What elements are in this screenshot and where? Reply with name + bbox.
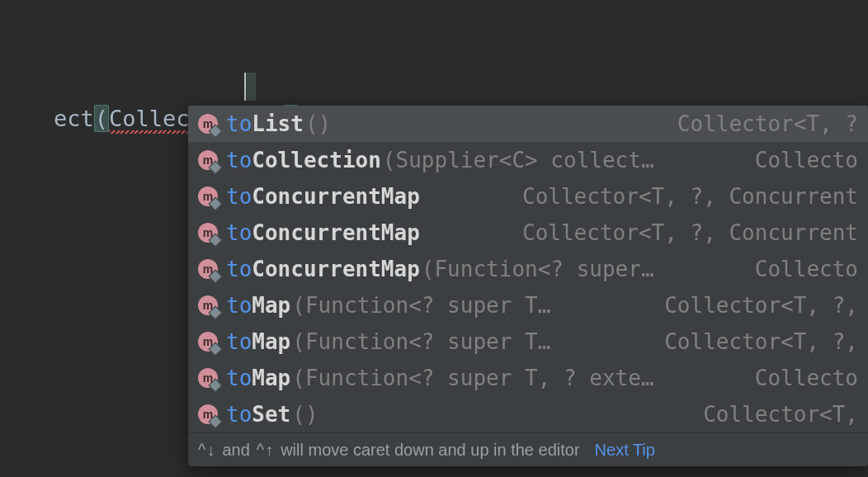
- completion-tip-bar: ^↓ and ^↑ will move caret down and up in…: [188, 432, 868, 466]
- method-icon: m: [198, 368, 218, 388]
- completion-label: toSet(): [226, 402, 318, 427]
- completion-item[interactable]: m toSet() Collector<T,: [188, 396, 868, 432]
- completion-item[interactable]: m toMap(Function<? super T… Collector<T,…: [188, 287, 868, 324]
- method-icon: m: [198, 150, 218, 170]
- completion-return-type: Collecto: [755, 257, 858, 281]
- completion-item[interactable]: m toMap(Function<? super T, ? exte… Coll…: [188, 360, 868, 396]
- code-paren-open: (: [94, 105, 109, 132]
- completion-item[interactable]: m toConcurrentMap(Function<? super… Coll…: [188, 251, 868, 287]
- tip-text-body: will move caret down and up in the edito…: [281, 442, 579, 458]
- text-caret: [244, 73, 246, 101]
- method-icon: m: [198, 332, 218, 352]
- method-icon: m: [198, 259, 218, 279]
- completion-return-type: Collecto: [755, 148, 858, 172]
- completion-label: toMap(Function<? super T…: [226, 329, 550, 354]
- completion-label: toConcurrentMap(Function<? super…: [226, 257, 654, 281]
- completion-return-type: Collector<T, ?: [677, 111, 858, 136]
- tip-text-and: and: [222, 442, 249, 458]
- method-icon: m: [198, 404, 218, 424]
- method-icon: m: [198, 114, 218, 134]
- code-line[interactable]: ect(Collectors.to) ;: [0, 74, 325, 104]
- completion-item[interactable]: m toCollection(Supplier<C> collect… Coll…: [188, 142, 868, 178]
- tip-key-down: ^↓: [198, 442, 215, 458]
- completion-label: toMap(Function<? super T, ? exte…: [226, 366, 654, 390]
- completion-item[interactable]: m toConcurrentMap Collector<T, ?, Concur…: [188, 215, 868, 251]
- method-icon: m: [198, 295, 218, 315]
- completion-label: toConcurrentMap: [226, 220, 422, 245]
- code-text-truncated-method: ect: [54, 106, 94, 131]
- completion-label: toCollection(Supplier<C> collect…: [226, 148, 654, 172]
- method-icon: m: [198, 187, 218, 206]
- completion-return-type: Collector<T, ?,: [664, 329, 858, 354]
- completion-return-type: Collector<T, ?, Concurrent: [522, 220, 858, 245]
- completion-label: toList(): [226, 111, 331, 136]
- editor-viewport: ect(Collectors.to) ; m toList() Collecto…: [0, 0, 868, 477]
- completion-item[interactable]: m toConcurrentMap Collector<T, ?, Concur…: [188, 178, 868, 215]
- completion-return-type: Collector<T, ?,: [664, 293, 858, 318]
- completion-return-type: Collector<T,: [703, 402, 858, 427]
- completion-return-type: Collector<T, ?, Concurrent: [522, 184, 858, 209]
- completion-label: toConcurrentMap: [226, 184, 422, 209]
- completion-popup: m toList() Collector<T, ? m toCollection…: [188, 106, 868, 466]
- completion-item[interactable]: m toMap(Function<? super T… Collector<T,…: [188, 324, 868, 360]
- caret-selection-bg: [244, 73, 256, 101]
- completion-return-type: Collecto: [755, 366, 858, 390]
- tip-key-up: ^↑: [257, 442, 274, 458]
- next-tip-link[interactable]: Next Tip: [595, 442, 655, 458]
- completion-item[interactable]: m toList() Collector<T, ?: [188, 106, 868, 142]
- completion-label: toMap(Function<? super T…: [226, 293, 550, 318]
- method-icon: m: [198, 223, 218, 243]
